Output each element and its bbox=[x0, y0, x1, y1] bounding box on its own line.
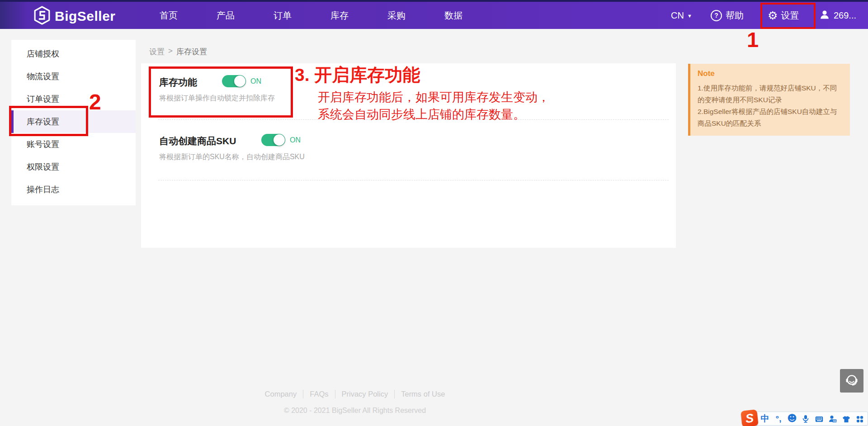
annotation-number-1: 1 bbox=[747, 27, 759, 52]
settings-sidebar: 店铺授权 物流设置 订单设置 库存设置 账号设置 权限设置 操作日志 bbox=[11, 40, 136, 205]
settings-button[interactable]: ⚙ 设置 bbox=[768, 2, 799, 29]
bigseller-logo-icon bbox=[33, 6, 51, 27]
note-line-1: 1.使用库存功能前，请规范好店铺SKU，不同的变种请使用不同SKU记录 bbox=[698, 82, 844, 106]
breadcrumb-current: 库存设置 bbox=[176, 47, 207, 57]
nav-item-inventory[interactable]: 库存 bbox=[311, 2, 368, 29]
auto-create-sku-description: 将根据新订单的SKU名称，自动创建商品SKU bbox=[159, 152, 305, 162]
settings-label: 设置 bbox=[781, 9, 799, 22]
user-account-menu[interactable]: 269... bbox=[819, 2, 856, 29]
auto-create-sku-label: 自动创建商品SKU bbox=[159, 135, 236, 147]
sidebar-item-order-settings[interactable]: 订单设置 bbox=[11, 88, 136, 110]
language-label: CN bbox=[671, 10, 684, 21]
gear-icon: ⚙ bbox=[768, 10, 778, 21]
annotation-body-step3: 开启库存功能后，如果可用库存发生变动， 系统会自动同步线上店铺的库存数量。 bbox=[318, 89, 550, 123]
inventory-feature-label: 库存功能 bbox=[159, 76, 197, 89]
note-line-2: 2.BigSeller将根据产品的店铺SKU自动建立与商品SKU的匹配关系 bbox=[698, 106, 844, 129]
nav-item-products[interactable]: 产品 bbox=[197, 2, 254, 29]
chevron-down-icon: ▼ bbox=[687, 12, 692, 19]
note-title: Note bbox=[698, 69, 844, 78]
customer-service-button[interactable] bbox=[840, 369, 863, 393]
svg-text:SS: SS bbox=[833, 420, 836, 422]
annotation-body-line1: 开启库存功能后，如果可用库存发生变动， bbox=[318, 89, 550, 106]
note-panel: Note 1.使用库存功能前，请规范好店铺SKU，不同的变种请使用不同SKU记录… bbox=[688, 64, 850, 136]
footer-link-company[interactable]: Company bbox=[259, 390, 303, 398]
annotation-title-step3: 3. 开启库存功能 bbox=[295, 63, 420, 87]
ime-skin-shirt-icon[interactable] bbox=[841, 414, 852, 423]
footer-link-terms-of-use[interactable]: Terms of Use bbox=[394, 390, 451, 398]
sidebar-item-logistics-settings[interactable]: 物流设置 bbox=[11, 65, 136, 88]
nav-item-data[interactable]: 数据 bbox=[425, 2, 482, 29]
bigseller-logo-text: BigSeller bbox=[55, 9, 116, 24]
nav-item-orders[interactable]: 订单 bbox=[254, 2, 311, 29]
footer-link-faqs[interactable]: FAQs bbox=[303, 390, 335, 398]
inventory-feature-toggle[interactable] bbox=[222, 75, 246, 87]
sidebar-item-operation-log[interactable]: 操作日志 bbox=[11, 178, 136, 201]
help-label: 帮助 bbox=[726, 9, 744, 22]
auto-create-sku-toggle[interactable] bbox=[261, 134, 285, 146]
nav-item-purchasing[interactable]: 采购 bbox=[368, 2, 425, 29]
user-avatar-icon bbox=[819, 9, 830, 22]
sidebar-item-account-settings[interactable]: 账号设置 bbox=[11, 133, 136, 156]
bigseller-logo[interactable]: BigSeller bbox=[33, 6, 116, 27]
footer-links: Company FAQs Privacy Policy Terms of Use bbox=[0, 390, 710, 398]
annotation-body-line2: 系统会自动同步线上店铺的库存数量。 bbox=[318, 106, 550, 123]
auto-create-sku-state: ON bbox=[290, 136, 301, 144]
user-id-label: 269... bbox=[834, 10, 856, 21]
top-navbar: BigSeller 首页 产品 订单 库存 采购 数据 CN ▼ ? 帮助 ⚙ … bbox=[0, 2, 868, 29]
inventory-feature-description: 将根据订单操作自动锁定并扣除库存 bbox=[159, 94, 275, 103]
headset-icon bbox=[844, 373, 859, 389]
ime-keyboard-icon[interactable] bbox=[814, 414, 825, 423]
breadcrumb-settings[interactable]: 设置 bbox=[149, 47, 165, 57]
ime-voice-input-icon[interactable] bbox=[800, 414, 811, 423]
annotation-number-2: 2 bbox=[89, 90, 101, 114]
ime-chinese-mode-icon[interactable]: 中 bbox=[760, 414, 770, 423]
footer-copyright: © 2020 - 2021 BigSeller All Rights Reser… bbox=[0, 407, 710, 415]
breadcrumb: 设置 > 库存设置 bbox=[149, 47, 207, 57]
sogou-ime-toolbar: S 中 °, ☻ bbox=[744, 412, 868, 426]
main-menu: 首页 产品 订单 库存 采购 数据 bbox=[140, 2, 482, 29]
language-selector[interactable]: CN ▼ bbox=[671, 2, 692, 29]
ime-emoji-icon[interactable]: ☻ bbox=[787, 414, 797, 423]
sidebar-item-inventory-settings[interactable]: 库存设置 bbox=[11, 110, 136, 133]
ime-skin-account-icon[interactable]: SS bbox=[827, 414, 838, 423]
ime-toolbox-icon[interactable] bbox=[854, 414, 865, 423]
sidebar-item-permission-settings[interactable]: 权限设置 bbox=[11, 156, 136, 178]
bigseller-settings-page: BigSeller 首页 产品 订单 库存 采购 数据 CN ▼ ? 帮助 ⚙ … bbox=[0, 0, 868, 426]
footer-link-privacy-policy[interactable]: Privacy Policy bbox=[335, 390, 395, 398]
question-circle-icon: ? bbox=[711, 10, 722, 21]
breadcrumb-separator: > bbox=[168, 47, 173, 57]
inventory-feature-state: ON bbox=[250, 77, 261, 85]
sidebar-item-shop-authorization[interactable]: 店铺授权 bbox=[11, 43, 136, 65]
sogou-logo-icon[interactable]: S bbox=[741, 409, 759, 426]
ime-punctuation-icon[interactable]: °, bbox=[773, 414, 784, 423]
help-button[interactable]: ? 帮助 bbox=[711, 2, 744, 29]
nav-item-home[interactable]: 首页 bbox=[140, 2, 197, 29]
divider bbox=[158, 180, 669, 180]
